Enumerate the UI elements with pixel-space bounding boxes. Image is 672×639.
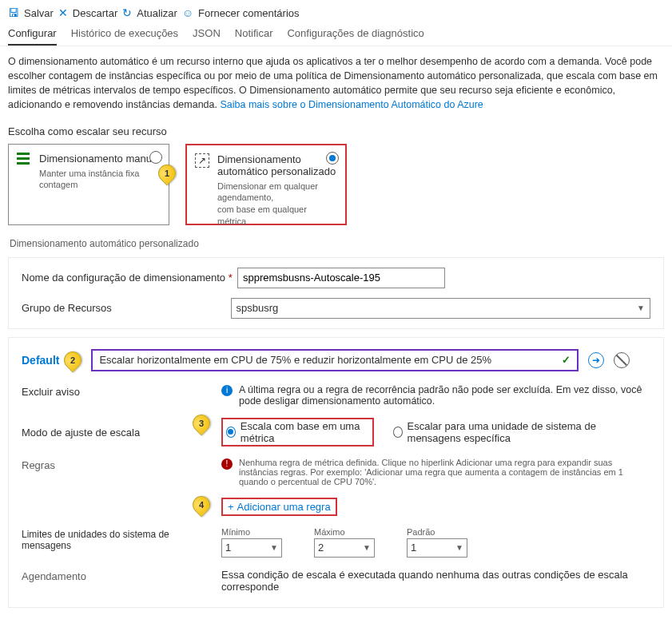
tab-configure[interactable]: Configurar — [8, 27, 57, 46]
add-rule-label: Adicionar uma regra — [237, 501, 331, 513]
tab-bar: Configurar Histórico de execuções JSON N… — [0, 24, 672, 46]
autoscale-subheading: Dimensionamento automático personalizado — [0, 233, 672, 254]
command-bar: 🖫 Salvar ✕ Descartar ↻ Atualizar ☺ Forne… — [0, 0, 672, 24]
delete-warning: i A última regra ou a regra de recorrênc… — [221, 384, 650, 407]
save-button[interactable]: 🖫 Salvar — [8, 6, 54, 19]
default-condition-panel: Default 2 Escalar horizontalmente em CPU… — [8, 337, 664, 608]
tab-diagnostics[interactable]: Configurações de diagnóstico — [287, 27, 423, 46]
callout-2: 2 — [61, 347, 85, 372]
refresh-icon: ↻ — [122, 6, 132, 19]
custom-autoscale-card[interactable]: ↗ Dimensionamento automático personaliza… — [185, 144, 347, 225]
manual-desc: Manter uma instância fixa contagem — [39, 168, 161, 192]
plus-icon: + — [228, 501, 234, 513]
tab-history[interactable]: Histórico de execuções — [71, 27, 178, 46]
manual-radio[interactable] — [149, 151, 162, 164]
rules-warning: ! Nenhuma regra de métrica definida. Cli… — [221, 458, 650, 486]
default-select[interactable]: 1 ▼ — [407, 538, 467, 558]
next-button[interactable]: ➜ — [588, 352, 604, 368]
chevron-down-icon: ▼ — [455, 543, 463, 552]
scale-options: Dimensionamento manual Manter uma instân… — [0, 144, 672, 233]
intro-text: O dimensionamento automático é um recurs… — [0, 46, 672, 117]
tab-notify[interactable]: Notificar — [235, 27, 273, 46]
scale-mode-label: Modo de ajuste de escala — [22, 425, 221, 439]
default-label: Padrão — [407, 527, 467, 537]
add-rule-link[interactable]: + Adicionar uma regra — [221, 498, 337, 516]
resource-group-value: spsbusrg — [237, 302, 279, 314]
min-value: 1 — [225, 542, 231, 554]
scale-mode-metric[interactable]: Escala com base em uma métrica — [221, 418, 374, 447]
tab-json[interactable]: JSON — [193, 27, 221, 46]
condition-name-value: Escalar horizontalmente em CPU de 75% e … — [99, 354, 491, 366]
max-select[interactable]: 2 ▼ — [314, 538, 375, 558]
delete-warning-label: Excluir aviso — [22, 384, 221, 407]
disabled-button — [614, 352, 630, 368]
default-value: 1 — [411, 542, 416, 554]
launch-icon: ↗ — [195, 153, 209, 168]
chevron-down-icon: ▼ — [363, 543, 371, 552]
rules-label: Regras — [22, 458, 221, 486]
discard-button[interactable]: ✕ Descartar — [58, 6, 117, 19]
discard-icon: ✕ — [58, 6, 68, 19]
condition-name-input[interactable]: Escalar horizontalmente em CPU de 75% e … — [91, 349, 579, 371]
scale-mode-metric-label: Escala com base em uma métrica — [241, 420, 369, 444]
auto-desc2: com base em qualquer métrica — [217, 204, 337, 228]
setting-name-label: Nome da configuração de dimensionamento … — [22, 272, 237, 284]
condition-header: Default 2 Escalar horizontalmente em CPU… — [22, 349, 650, 371]
resource-group-select[interactable]: spsbusrg ▼ — [231, 298, 650, 319]
discard-label: Descartar — [73, 7, 117, 19]
scale-mode-specific-label: Escalar para uma unidade de sistema de m… — [408, 420, 650, 444]
chevron-down-icon: ▼ — [270, 543, 278, 552]
save-label: Salvar — [24, 7, 54, 19]
error-icon: ! — [221, 458, 233, 470]
choose-scale-label: Escolha como escalar seu recurso — [0, 117, 672, 144]
learn-more-link[interactable]: Saiba mais sobre o Dimensionamento Autom… — [220, 99, 483, 110]
radio-on-icon — [226, 427, 236, 438]
feedback-icon: ☺ — [182, 6, 193, 19]
feedback-label: Fornecer comentários — [198, 7, 299, 19]
radio-off-icon — [393, 427, 403, 438]
info-icon: i — [221, 385, 233, 396]
limits-label: Limites de unidades do sistema de mensag… — [22, 527, 221, 558]
manual-scale-card[interactable]: Dimensionamento manual Manter uma instân… — [8, 144, 169, 225]
save-icon: 🖫 — [8, 6, 19, 19]
resource-group-label: Grupo de Recursos — [22, 302, 231, 314]
scale-mode-specific[interactable]: Escalar para uma unidade de sistema de m… — [393, 420, 650, 444]
auto-desc1: Dimensionar em qualquer agendamento, — [217, 181, 337, 204]
refresh-label: Atualizar — [137, 7, 177, 19]
schedule-label: Agendamento — [22, 569, 221, 593]
auto-radio[interactable] — [326, 152, 339, 165]
feedback-button[interactable]: ☺ Fornecer comentários — [182, 6, 300, 19]
auto-title: Dimensionamento automático personalizado — [217, 153, 337, 177]
max-value: 2 — [318, 542, 324, 554]
chevron-down-icon: ▼ — [637, 304, 645, 312]
check-icon: ✓ — [562, 354, 571, 366]
setting-name-input[interactable] — [237, 268, 445, 288]
refresh-button[interactable]: ↻ Atualizar — [122, 6, 177, 19]
schedule-text: Essa condição de escala é executada quan… — [221, 569, 650, 593]
min-label: Mínimo — [221, 527, 282, 537]
rules-warning-text: Nenhuma regra de métrica definida. Cliqu… — [239, 458, 650, 486]
autoscale-settings-panel: Nome da configuração de dimensionamento … — [8, 257, 664, 329]
autoscale-icon: ↗ — [195, 153, 209, 216]
default-link[interactable]: Default — [22, 354, 59, 367]
hamburger-icon — [17, 153, 31, 165]
delete-warning-text: A última regra ou a regra de recorrência… — [239, 384, 650, 407]
manual-icon — [17, 153, 31, 216]
max-label: Máximo — [314, 527, 375, 537]
manual-title: Dimensionamento manual — [39, 153, 161, 165]
min-select[interactable]: 1 ▼ — [221, 538, 282, 558]
